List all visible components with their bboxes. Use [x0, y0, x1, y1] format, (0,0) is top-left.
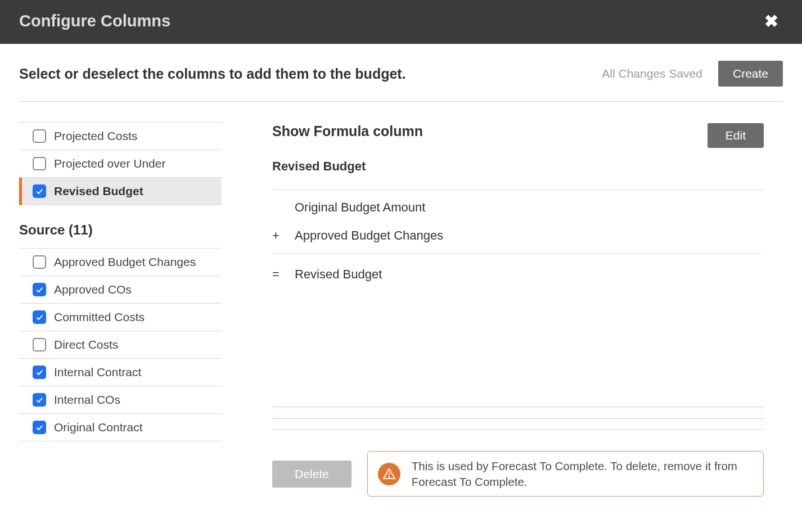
source-item-label: Internal Contract [54, 366, 141, 379]
formula-term: Original Budget Amount [295, 200, 425, 215]
instruction-text: Select or deselect the columns to add th… [19, 66, 406, 82]
formula-block: Original Budget Amount+Approved Budget C… [272, 190, 764, 254]
edit-button[interactable]: Edit [708, 123, 764, 148]
delete-warning: This is used by Forecast To Complete. To… [367, 451, 764, 497]
formula-row: +Approved Budget Changes [272, 222, 764, 250]
formula-term: Approved Budget Changes [295, 228, 443, 243]
source-item[interactable]: Internal Contract [19, 359, 222, 386]
column-item[interactable]: Projected over Under [19, 150, 222, 178]
source-item-label: Approved COs [54, 283, 132, 296]
divider-line [272, 429, 764, 430]
checkbox[interactable] [33, 393, 46, 407]
column-item-label: Projected over Under [54, 157, 165, 170]
source-item[interactable]: Committed Costs [19, 304, 222, 331]
source-item-label: Original Contract [54, 421, 143, 434]
svg-point-1 [389, 476, 389, 477]
source-item-label: Approved Budget Changes [54, 255, 196, 269]
modal-title: Configure Columns [19, 12, 170, 30]
source-item[interactable]: Approved COs [19, 276, 222, 304]
checkbox[interactable] [33, 255, 46, 269]
subheader: Select or deselect the columns to add th… [19, 61, 783, 102]
checkbox[interactable] [33, 421, 46, 434]
source-section-header: Source (11) [19, 205, 222, 248]
source-item-label: Direct Costs [54, 338, 118, 351]
formula-row: Original Budget Amount [272, 193, 764, 222]
checkbox[interactable] [33, 157, 46, 170]
formula-panel-title: Show Formula column [272, 123, 423, 139]
column-item-label: Projected Costs [54, 129, 137, 143]
close-icon[interactable]: ✖ [764, 11, 783, 31]
warning-icon [378, 463, 400, 485]
checkbox[interactable] [33, 129, 46, 143]
checkbox[interactable] [33, 283, 46, 296]
formula-operator: + [272, 228, 295, 243]
checkbox[interactable] [33, 184, 46, 198]
checkbox[interactable] [33, 310, 46, 324]
source-item[interactable]: Internal COs [19, 386, 222, 414]
equals-sign: = [272, 267, 295, 282]
column-name: Revised Budget [272, 159, 764, 174]
column-sidebar: Projected CostsProjected over UnderRevis… [19, 122, 222, 527]
create-button[interactable]: Create [718, 61, 783, 87]
source-item-label: Internal COs [54, 393, 120, 407]
source-item[interactable]: Approved Budget Changes [19, 249, 222, 276]
modal-header: Configure Columns ✖ [0, 0, 802, 44]
column-item[interactable]: Revised Budget [19, 178, 222, 205]
formula-result-term: Revised Budget [295, 267, 382, 282]
column-item[interactable]: Projected Costs [19, 123, 222, 150]
divider-bar [272, 407, 764, 419]
formula-result: = Revised Budget [272, 255, 764, 294]
save-status: All Changes Saved [602, 67, 702, 80]
source-item-label: Committed Costs [54, 310, 145, 324]
checkbox[interactable] [33, 338, 46, 351]
source-item[interactable]: Direct Costs [19, 331, 222, 359]
checkbox[interactable] [33, 366, 46, 379]
delete-button[interactable]: Delete [272, 461, 352, 488]
column-item-label: Revised Budget [54, 184, 143, 198]
warning-text: This is used by Forecast To Complete. To… [412, 458, 753, 489]
source-item[interactable]: Original Contract [19, 414, 222, 441]
detail-panel: Show Formula column Edit Revised Budget … [222, 122, 783, 527]
